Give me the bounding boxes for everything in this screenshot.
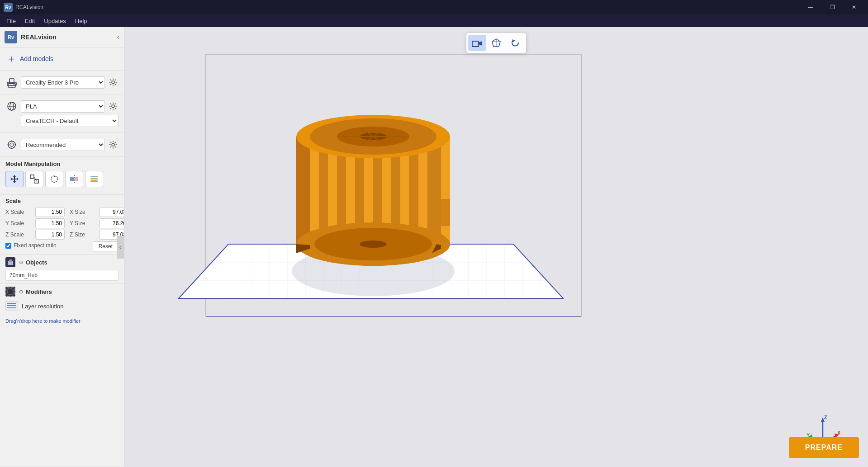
x-scale-input[interactable]	[35, 207, 65, 217]
svg-rect-26	[8, 289, 13, 294]
add-models-button[interactable]: ＋ Add models	[0, 47, 124, 71]
rotate-tool-button[interactable]	[45, 171, 63, 187]
svg-rect-16	[30, 175, 34, 179]
material-icon	[5, 100, 18, 113]
svg-text:X: X	[837, 430, 841, 435]
scale-title: Scale	[5, 198, 119, 204]
objects-icon	[5, 257, 15, 267]
drag-drop-link: here to make modifier	[32, 318, 80, 324]
quality-row: Recommended	[5, 138, 119, 151]
svg-rect-25	[9, 259, 12, 262]
scale-tool-button[interactable]	[25, 171, 43, 187]
modifiers-section: ⊙ Modifiers Layer resolution Drag'n'drop…	[0, 284, 124, 467]
x-scale-label: X Scale	[5, 209, 33, 215]
objects-header[interactable]: ⊙ Objects	[5, 257, 119, 267]
svg-point-14	[15, 144, 16, 146]
minimize-button[interactable]: —	[800, 0, 821, 14]
svg-point-3	[14, 84, 14, 85]
object-item[interactable]: 70mm_Hub	[5, 270, 119, 281]
material-settings-icon[interactable]	[108, 101, 119, 112]
quality-section: Recommended	[0, 133, 124, 157]
prepare-button[interactable]: PREPARE	[789, 437, 859, 458]
y-scale-input[interactable]	[35, 218, 65, 228]
quality-select[interactable]: Recommended	[21, 139, 105, 151]
sidebar-collapse-button[interactable]: ‹	[117, 33, 119, 41]
layer-resolution-label: Layer resolution	[22, 303, 64, 310]
model-manipulation-title: Model Manipulation	[5, 160, 119, 167]
rv-logo: Rv	[5, 31, 17, 43]
printer-icon	[5, 76, 18, 89]
titlebar: Rv REALvision — ❐ ✕	[0, 0, 868, 14]
svg-point-9	[8, 141, 15, 148]
y-size-input[interactable]	[100, 218, 124, 228]
move-tool-button[interactable]	[5, 171, 24, 187]
menu-help[interactable]: Help	[71, 16, 92, 26]
menu-updates[interactable]: Updates	[39, 16, 70, 26]
menu-file[interactable]: File	[2, 16, 20, 26]
svg-rect-1	[9, 79, 14, 84]
svg-rect-22	[90, 178, 98, 179]
z-size-label: Z Size	[70, 231, 97, 238]
printer-dropdown-container: Creality Ender 3 Pro	[21, 76, 105, 89]
printer-section: Creality Ender 3 Pro	[0, 71, 124, 94]
close-button[interactable]: ✕	[844, 0, 864, 14]
svg-point-11	[11, 141, 13, 142]
fixed-ratio-label: Fixed aspect ratio	[14, 242, 57, 249]
quality-settings-icon[interactable]	[108, 139, 119, 150]
add-models-label: Add models	[20, 55, 53, 62]
svg-rect-28	[7, 305, 16, 306]
objects-section: ⊙ Objects 70mm_Hub	[0, 255, 124, 284]
svg-marker-58	[427, 136, 441, 245]
modifiers-toggle-icon: ⊙	[19, 289, 23, 295]
modifiers-title: Modifiers	[26, 288, 52, 295]
window-title: REALvision	[15, 4, 800, 10]
drag-drop-hint: Drag'n'drop here to make modifier	[5, 316, 119, 325]
model-manipulation-section: Model Manipulation	[0, 157, 124, 195]
slice-tool-button[interactable]	[85, 171, 103, 187]
scale-section: Scale X Scale X Size Y Scale Y Size Z Sc…	[0, 195, 124, 255]
profile-select[interactable]: CreaTECH - Default	[21, 115, 119, 127]
mirror-tool-button[interactable]	[65, 171, 83, 187]
window-controls: — ❐ ✕	[800, 0, 864, 14]
svg-point-13	[8, 144, 9, 146]
svg-marker-67	[296, 199, 310, 226]
tool-row	[5, 171, 119, 187]
quality-icon	[5, 138, 18, 151]
material-select[interactable]: PLA	[21, 100, 105, 113]
sidebar: Rv REALvision ‹ ＋ Add models	[0, 27, 124, 467]
viewport: Z X Y PREPARE	[124, 27, 868, 467]
app-icon: Rv	[4, 3, 13, 12]
fixed-ratio-checkbox[interactable]	[5, 243, 11, 249]
svg-rect-21	[90, 176, 98, 177]
sidebar-collapse-arrow[interactable]: ‹	[117, 236, 124, 259]
y-size-label: Y Size	[70, 220, 97, 226]
profile-spacer	[5, 114, 18, 127]
svg-marker-59	[441, 136, 450, 245]
scene-container: Z X Y	[124, 27, 868, 467]
printer-select[interactable]: Creality Ender 3 Pro	[21, 76, 105, 89]
z-scale-input[interactable]	[35, 230, 65, 240]
menubar: File Edit Updates Help	[0, 14, 868, 27]
restore-button[interactable]: ❐	[822, 0, 843, 14]
svg-line-18	[34, 177, 37, 181]
x-size-input[interactable]	[100, 207, 124, 217]
svg-point-12	[11, 148, 13, 149]
svg-rect-29	[7, 307, 16, 308]
3d-scene-svg	[124, 27, 676, 411]
z-scale-label: Z Scale	[5, 231, 33, 238]
modifier-item: Layer resolution	[5, 299, 119, 313]
sidebar-app-name: REALvision	[21, 33, 57, 41]
printer-settings-icon[interactable]	[108, 77, 119, 88]
svg-marker-44	[296, 136, 310, 245]
svg-rect-23	[90, 180, 98, 182]
svg-rect-27	[7, 303, 16, 304]
printer-row: Creality Ender 3 Pro	[5, 76, 119, 89]
svg-point-10	[10, 143, 14, 146]
svg-point-71	[360, 241, 387, 248]
reset-button[interactable]: Reset	[93, 241, 119, 251]
modifiers-header[interactable]: ⊙ Modifiers	[5, 287, 119, 297]
material-row: PLA	[5, 100, 119, 113]
material-section: PLA CreaTECH - Default	[0, 94, 124, 133]
menu-edit[interactable]: Edit	[20, 16, 39, 26]
x-size-label: X Size	[70, 209, 97, 215]
